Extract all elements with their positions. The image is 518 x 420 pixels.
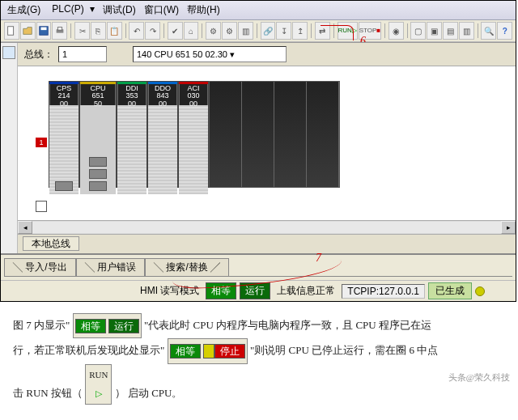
tb-win2[interactable]: ▣ (427, 22, 442, 40)
tb-zoom[interactable]: 🔍 (481, 22, 496, 40)
status-upload: 上载信息正常 (274, 283, 338, 299)
tb-paste[interactable]: 📋 (107, 22, 122, 40)
slot-cpu[interactable]: CPU65150 (79, 81, 117, 188)
menu-plc[interactable]: PLC(P) ▾ (45, 2, 98, 18)
bus-toolbar: 总线： 1 140 CPU 651 50 02.30 ▾ (18, 43, 516, 66)
left-tool-1[interactable] (2, 46, 15, 59)
tb-save[interactable] (36, 22, 52, 40)
tb-win3[interactable]: ▤ (443, 22, 458, 40)
tb-new[interactable] (4, 22, 19, 40)
rack-canvas[interactable]: 1 CPS21400 CPU65150 (18, 66, 516, 220)
cpu-select[interactable]: 140 CPU 651 50 02.30 ▾ (133, 46, 287, 62)
tb-upload[interactable]: ↥ (292, 22, 308, 40)
slot-ddi[interactable]: DDI35300 (117, 81, 147, 188)
explain-text: 图 7 内显示" 相等 运行 "代表此时 CPU 内程序与电脑内程序一致，且 C… (0, 302, 518, 411)
inline-status-equal-stop: 相等 停止 (168, 338, 248, 363)
output-tabs: ╲ 导入/导出 ╲ 用户错误 ╲ 搜索/替换 ╱ 7 (4, 258, 512, 277)
tb-print[interactable] (52, 22, 67, 40)
tab-import-export[interactable]: ╲ 导入/导出 (4, 258, 76, 276)
svg-rect-2 (41, 28, 47, 31)
output-panel: ╲ 导入/导出 ╲ 用户错误 ╲ 搜索/替换 ╱ 7 (1, 253, 516, 280)
empty-slots[interactable] (209, 81, 340, 188)
tb-undo[interactable]: ↶ (129, 22, 144, 40)
rack-end-marker (36, 201, 47, 212)
local-bus-tab-strip: 本地总线 (18, 234, 516, 253)
slot-aci[interactable]: ACI03000 (178, 81, 209, 188)
tb-validate[interactable]: ✔ (168, 22, 183, 40)
menu-help[interactable]: 帮助(H) (184, 2, 223, 18)
rack-marker-1: 1 (36, 138, 47, 147)
scroll-right[interactable]: ▸ (501, 221, 516, 234)
left-tool-strip (1, 43, 18, 253)
menu-window[interactable]: 窗口(W) (141, 2, 182, 18)
plc-rack: 1 CPS21400 CPU65150 (36, 81, 498, 188)
tb-win4[interactable]: ▥ (459, 22, 474, 40)
bus-number[interactable]: 1 (58, 46, 107, 62)
slot-cps[interactable]: CPS21400 (49, 81, 79, 188)
tb-connect[interactable]: 🔗 (261, 22, 276, 40)
tb-rebuild[interactable]: ⚙ (222, 22, 237, 40)
tb-redo[interactable]: ↷ (145, 22, 160, 40)
toolbar: ✂ ⎘ 📋 ↶ ↷ ✔ ⌂ ⚙ ⚙ ▥ 🔗 ↧ ↥ ⇄ RUN▷ STOP■ ◉… (1, 20, 516, 42)
tb-copy[interactable]: ⎘ (91, 22, 106, 40)
footer-attribution: 头条@荣久科技 (448, 368, 510, 387)
tb-download[interactable]: ↧ (276, 22, 291, 40)
tab-local-bus[interactable]: 本地总线 (23, 236, 79, 251)
slot-ddo[interactable]: DDO84300 (147, 81, 178, 188)
svg-rect-0 (8, 27, 14, 36)
svg-rect-4 (57, 28, 62, 31)
tb-win1[interactable]: ▢ (410, 22, 426, 40)
status-led-1 (475, 286, 485, 296)
tb-open[interactable] (20, 22, 36, 40)
tb-anim[interactable]: ◉ (388, 22, 404, 40)
tb-cut[interactable]: ✂ (74, 22, 90, 40)
menu-generate[interactable]: 生成(G) (4, 2, 44, 18)
tb-build[interactable]: ⚙ (206, 22, 221, 40)
workarea: 总线： 1 140 CPU 651 50 02.30 ▾ 1 CPS21400 (1, 42, 516, 253)
menubar: 生成(G) PLC(P) ▾ 调试(D) 窗口(W) 帮助(H) (1, 1, 516, 20)
status-generated: 已生成 (428, 282, 472, 299)
inline-status-equal-run: 相等 运行 (73, 313, 142, 338)
tab-user-errors[interactable]: ╲ 用户错误 (76, 258, 145, 276)
h-scrollbar[interactable]: ◂ ▸ (18, 220, 516, 234)
annotation-6-pointer (321, 25, 354, 40)
tb-help[interactable]: ? (497, 22, 512, 40)
menu-debug[interactable]: 调试(D) (100, 2, 139, 18)
bus-label: 总线： (24, 48, 53, 62)
scroll-left[interactable]: ◂ (18, 221, 32, 234)
status-ip: TCPIP:127.0.0.1 (342, 284, 425, 299)
tb-project[interactable]: ▥ (238, 22, 253, 40)
tb-browser[interactable]: ⌂ (184, 22, 199, 40)
inline-run-button: RUN▷ (85, 364, 112, 405)
